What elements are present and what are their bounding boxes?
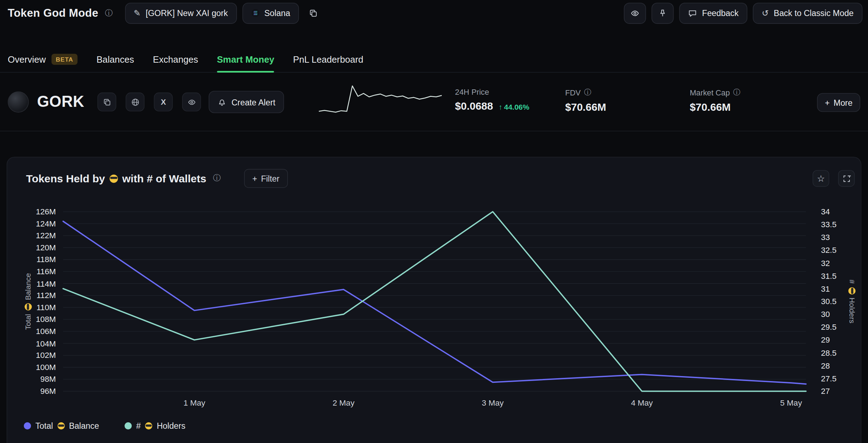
price-sparkline	[317, 83, 444, 116]
pin-icon	[658, 9, 667, 17]
y-right-label-suffix: Holders	[848, 298, 856, 323]
topbar: Token God Mode ⓘ ✎ [GORK] New XAI gork S…	[0, 0, 868, 26]
app: Token God Mode ⓘ ✎ [GORK] New XAI gork S…	[0, 0, 868, 443]
tab-balances[interactable]: Balances	[96, 47, 134, 72]
price-value: $0.0688	[455, 100, 493, 113]
token-actions: X	[97, 93, 201, 111]
smart-money-emoji	[110, 174, 118, 182]
price-up-icon: ↑	[499, 103, 503, 111]
market-cap-value: $70.66M	[690, 101, 731, 114]
chain-selector[interactable]: Solana	[242, 2, 299, 24]
back-to-classic-button[interactable]: ↺ Back to Classic Mode	[753, 2, 863, 24]
chart-canvas	[7, 157, 862, 404]
info-icon[interactable]: ⓘ	[584, 88, 591, 98]
favorite-chart-button[interactable]: ☆	[813, 170, 829, 187]
token-avatar	[8, 92, 29, 113]
legend-dot-holders	[125, 422, 132, 429]
eye-icon	[187, 98, 196, 106]
y-axis-left-label: Total Balance	[24, 273, 32, 330]
chart-legend: Total Balance # Holders	[24, 421, 185, 431]
website-button[interactable]	[126, 93, 145, 111]
info-icon[interactable]: ⓘ	[213, 173, 221, 183]
copy-icon	[103, 98, 111, 106]
stat-24h-price: 24H Price $0.0688 ↑ 44.06%	[455, 88, 529, 113]
legend-holders-suffix: Holders	[157, 421, 185, 431]
legend-item-holders[interactable]: # Holders	[125, 421, 185, 431]
tab-pnl-leaderboard-label: PnL Leaderboard	[293, 54, 364, 65]
price-change-value: 44.06%	[504, 103, 529, 111]
smart-money-emoji	[57, 422, 64, 429]
token-symbol: GORK	[37, 93, 84, 111]
feedback-label: Feedback	[702, 8, 739, 17]
y-right-label-prefix: #	[848, 280, 856, 284]
bell-icon	[218, 98, 227, 106]
info-icon[interactable]: ⓘ	[105, 8, 113, 18]
price-label: 24H Price	[455, 88, 489, 97]
filter-button[interactable]: + Filter	[244, 169, 288, 188]
y-left-label-suffix: Balance	[24, 273, 32, 300]
copy-icon	[309, 9, 318, 17]
pin-button[interactable]	[652, 2, 674, 24]
plus-icon: +	[252, 174, 257, 183]
tab-exchanges-label: Exchanges	[153, 54, 198, 65]
stat-market-cap: Market Cap ⓘ $70.66M	[690, 88, 740, 114]
chat-icon	[688, 9, 697, 17]
info-icon[interactable]: ⓘ	[733, 88, 740, 98]
tab-pnl-leaderboard[interactable]: PnL Leaderboard	[293, 47, 364, 72]
token-selector-label: [GORK] New XAI gork	[145, 8, 228, 17]
series-line-holders	[63, 212, 806, 391]
legend-dot-balance	[24, 422, 31, 429]
legend-item-balance[interactable]: Total Balance	[24, 421, 99, 431]
token-selector[interactable]: ✎ [GORK] New XAI gork	[125, 2, 237, 24]
token-header: GORK X	[0, 73, 868, 131]
filter-label: Filter	[261, 174, 280, 183]
smart-money-emoji	[145, 422, 152, 429]
y-axis-right-label: # Holders	[848, 280, 856, 323]
twitter-button[interactable]: X	[154, 93, 173, 111]
tab-smart-money-label: Smart Money	[217, 54, 274, 65]
expand-chart-button[interactable]	[838, 170, 855, 187]
edit-icon: ✎	[134, 8, 141, 18]
tab-smart-money[interactable]: Smart Money	[217, 47, 274, 72]
watch-button[interactable]	[624, 2, 646, 24]
page-title: Token God Mode	[8, 7, 98, 20]
tab-overview[interactable]: Overview BETA	[8, 47, 78, 72]
globe-icon	[131, 98, 139, 106]
fdv-value: $70.66M	[565, 101, 606, 114]
market-cap-label: Market Cap	[690, 88, 730, 97]
tab-overview-label: Overview	[8, 54, 46, 65]
back-icon: ↺	[762, 8, 769, 18]
smart-money-emoji	[25, 303, 32, 311]
star-icon: ☆	[817, 173, 825, 184]
tab-balances-label: Balances	[96, 54, 134, 65]
copy-contract-button[interactable]	[97, 93, 116, 111]
y-left-label-prefix: Total	[24, 314, 32, 330]
chart-header: Tokens Held by with # of Wallets ⓘ + Fil…	[26, 169, 288, 188]
chart-title-suffix: with # of Wallets	[122, 172, 206, 185]
tab-exchanges[interactable]: Exchanges	[153, 47, 198, 72]
solana-icon	[251, 9, 259, 17]
chain-label: Solana	[264, 8, 290, 17]
feedback-button[interactable]: Feedback	[679, 2, 747, 24]
legend-holders-prefix: #	[136, 421, 141, 431]
copy-address-button[interactable]	[305, 2, 322, 24]
fdv-label: FDV	[565, 88, 581, 97]
stat-fdv: FDV ⓘ $70.66M	[565, 88, 606, 114]
series-line-balance	[63, 221, 806, 384]
chart-title-prefix: Tokens Held by	[26, 172, 105, 185]
smart-money-chart-card: 126M124M122M120M118M116M114M112M110M108M…	[7, 157, 862, 443]
legend-balance-suffix: Balance	[69, 421, 99, 431]
back-to-classic-label: Back to Classic Mode	[774, 8, 853, 17]
eye-icon	[631, 9, 640, 17]
watch-token-button[interactable]	[182, 93, 201, 111]
plus-icon: +	[825, 98, 830, 107]
tab-bar: Overview BETA Balances Exchanges Smart M…	[0, 47, 868, 73]
create-alert-label: Create Alert	[232, 97, 275, 106]
expand-icon	[842, 174, 851, 182]
x-logo-icon: X	[161, 98, 166, 106]
more-button[interactable]: + More	[817, 93, 860, 112]
chart-title: Tokens Held by with # of Wallets	[26, 172, 206, 185]
create-alert-button[interactable]: Create Alert	[209, 91, 284, 113]
price-change: ↑ 44.06%	[499, 103, 529, 111]
smart-money-emoji	[848, 287, 856, 294]
